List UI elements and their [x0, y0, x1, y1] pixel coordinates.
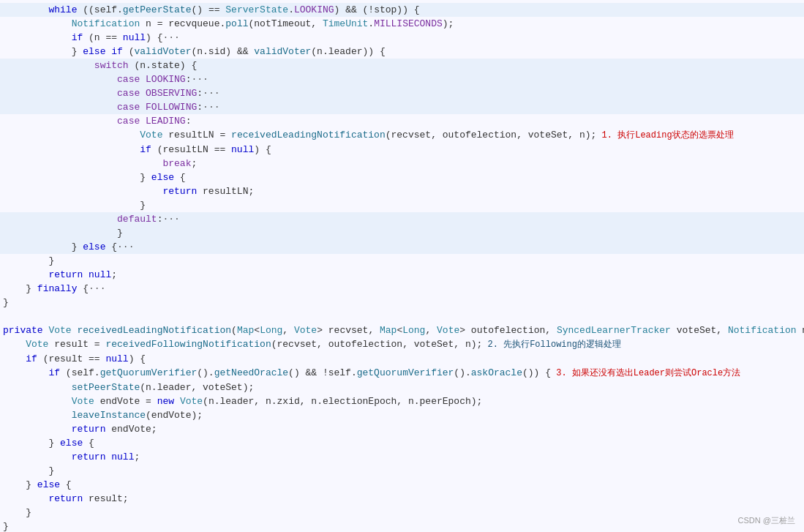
token-plain: endVote;	[105, 424, 157, 435]
line-content: } finally {···	[0, 282, 798, 296]
token-annotation: 1. 执行Leading状态的选票处理	[596, 130, 733, 141]
token-plain: ;	[191, 158, 197, 169]
code-line: break;	[0, 157, 804, 171]
code-line: if (resultLN == null) {	[0, 143, 804, 157]
line-content: case LEADING:	[0, 114, 798, 128]
token-plain: ) {	[254, 144, 271, 155]
token-plain: n)	[797, 325, 804, 336]
line-content: return result;	[0, 492, 798, 506]
token-plain: ;	[134, 452, 140, 462]
code-line: if (result == null) {	[0, 352, 804, 366]
token-kw: else	[83, 241, 105, 252]
token-kw: null	[105, 353, 128, 364]
token-kw: return	[162, 186, 197, 197]
line-content: setPeerState(n.leader, voteSet);	[0, 381, 798, 394]
token-plain: }	[26, 283, 37, 294]
line-content: } else {	[0, 478, 798, 492]
token-method: validVoter	[254, 46, 311, 57]
token-plain: resultLN =	[162, 130, 231, 141]
token-kw: else	[151, 172, 174, 183]
token-method: receivedLeadingNotification	[231, 130, 386, 141]
line-content: }	[0, 254, 798, 268]
token-plain: }	[72, 46, 83, 57]
line-content: case LOOKING:···	[0, 72, 798, 86]
token-class-name: SyncedLearnerTracker	[557, 325, 671, 336]
token-plain: ,	[282, 325, 294, 336]
token-kw-purple: case	[117, 102, 140, 113]
code-line: }	[0, 506, 804, 520]
token-plain: ) {	[146, 32, 162, 43]
token-class-name: Vote	[437, 325, 459, 336]
token-collapsed: ···	[203, 88, 219, 99]
token-plain: n = recvqueue.	[140, 18, 225, 29]
token-method: validVoter	[134, 46, 191, 57]
token-class-name: Vote	[72, 396, 94, 407]
code-line: Vote endVote = new Vote(n.leader, n.zxid…	[0, 394, 804, 408]
token-plain: {	[105, 241, 117, 252]
token-plain: :	[197, 102, 203, 113]
code-line: return null;	[0, 450, 804, 464]
token-plain: }	[140, 172, 151, 183]
code-line: case FOLLOWING:···	[0, 100, 804, 114]
token-plain: .	[288, 4, 294, 15]
token-plain: > outofelection,	[459, 325, 557, 336]
code-line: default:···	[0, 212, 804, 226]
token-plain: {	[83, 438, 94, 449]
token-plain: ((self.	[77, 4, 122, 15]
code-line: Vote result = receivedFollowingNotificat…	[0, 337, 804, 352]
code-line: }	[0, 198, 804, 212]
token-kw-purple: case	[117, 116, 140, 127]
token-plain: endVote =	[94, 396, 157, 407]
token-plain: ().	[197, 367, 214, 378]
token-kw: if	[140, 144, 151, 155]
token-method: askOracle	[471, 367, 522, 378]
token-kw: null	[89, 269, 111, 280]
token-kw: return	[72, 424, 106, 435]
line-content: if (resultLN == null) {	[0, 143, 798, 157]
line-content: default:···	[0, 212, 798, 226]
token-plain: (notTimeout,	[249, 18, 323, 29]
line-content: switch (n.state) {	[0, 59, 798, 72]
token-plain	[140, 102, 146, 113]
token-method: getNeedOracle	[214, 367, 288, 378]
code-line: }	[0, 296, 804, 310]
token-plain: }	[140, 200, 146, 211]
token-class-name: Notification	[72, 18, 140, 29]
token-plain: (recvset, outofelection, voteSet, n);	[386, 130, 597, 141]
line-content: return null;	[0, 268, 798, 282]
line-content: break;	[0, 157, 798, 171]
token-plain: (endVote);	[146, 410, 203, 421]
token-plain	[140, 74, 146, 85]
token-class-name: TimeUnit	[323, 18, 368, 29]
token-plain: (n ==	[83, 32, 123, 43]
code-line: case LOOKING:···	[0, 72, 804, 86]
token-kw: return	[48, 269, 83, 280]
code-container: while ((self.getPeerState() == ServerSta…	[0, 0, 804, 532]
code-line: switch (n.state) {	[0, 59, 804, 72]
line-content: Vote result = receivedFollowingNotificat…	[0, 337, 798, 352]
token-plain: }	[26, 479, 37, 490]
token-method: poll	[225, 18, 248, 29]
token-kw-purple: case	[117, 88, 140, 99]
token-kw: null	[231, 144, 254, 155]
code-line: }	[0, 226, 804, 240]
token-kw: else if	[83, 46, 123, 57]
token-plain: }	[72, 241, 83, 252]
code-line: } else {···	[0, 240, 804, 254]
token-annotation-blue: 2. 先执行Following的逻辑处理	[482, 340, 621, 350]
token-plain: (self.	[60, 367, 100, 378]
code-line: Vote resultLN = receivedLeadingNotificat…	[0, 128, 804, 143]
token-class-name: ServerState	[225, 4, 288, 15]
token-plain: }	[3, 521, 9, 532]
token-plain: }	[3, 297, 9, 308]
code-line: }	[0, 520, 804, 532]
token-class-name: Vote	[294, 325, 317, 336]
token-plain: (	[231, 325, 237, 336]
token-class-name: Long	[402, 325, 425, 336]
token-plain: }	[26, 507, 31, 518]
token-class-name: Long	[260, 325, 282, 336]
code-line: } else {	[0, 436, 804, 450]
token-plain: {	[60, 479, 72, 490]
token-plain: () && !self.	[288, 367, 357, 378]
token-plain: ().	[454, 367, 470, 378]
